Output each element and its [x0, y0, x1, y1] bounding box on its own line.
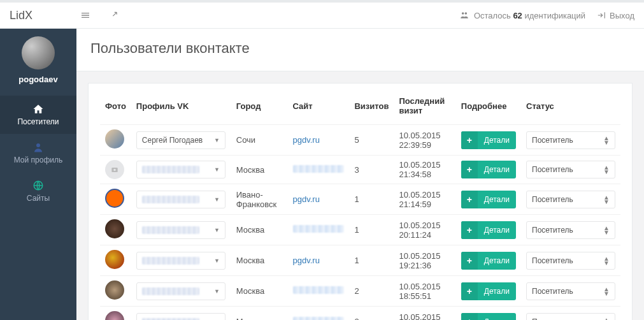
- status-select[interactable]: Посетитель ▲▼: [526, 313, 615, 321]
- status-select[interactable]: Посетитель ▲▼: [526, 191, 615, 208]
- sidebar: pogodaev Посетители Мой профиль Сайты: [0, 29, 76, 320]
- nav-label: Посетители: [17, 117, 59, 126]
- visits-cell: 1: [349, 215, 394, 245]
- plus-icon: +: [461, 313, 478, 321]
- details-label: Детали: [478, 136, 516, 145]
- details-label: Детали: [478, 317, 516, 321]
- nav-label: Сайты: [27, 194, 50, 203]
- site-cell: pgdv.ru: [288, 245, 350, 276]
- status-select[interactable]: Посетитель ▲▼: [526, 252, 615, 270]
- site-cell: pgdv.ru: [288, 184, 350, 215]
- city-cell: Сочи: [231, 125, 288, 156]
- user-avatar[interactable]: [22, 36, 55, 69]
- plus-icon: +: [461, 131, 478, 149]
- select-arrows-icon: ▲▼: [603, 136, 610, 145]
- visitor-photo[interactable]: [105, 311, 124, 320]
- nav-label: Мой профиль: [14, 156, 63, 164]
- remaining-identifications: Осталось 62 идентификаций: [460, 11, 585, 20]
- status-value: Посетитель: [532, 136, 573, 145]
- details-button[interactable]: + Детали: [461, 313, 516, 321]
- details-button[interactable]: + Детали: [461, 282, 516, 300]
- caret-down-icon: ▼: [214, 166, 220, 173]
- city-cell: Москва: [231, 245, 288, 276]
- caret-down-icon: ▼: [214, 196, 220, 203]
- th-city: Город: [231, 92, 288, 125]
- visits-cell: 1: [349, 184, 394, 215]
- status-value: Посетитель: [532, 256, 573, 265]
- profile-dropdown[interactable]: Сергей Погодаев ▼: [136, 131, 225, 149]
- details-label: Детали: [478, 226, 516, 235]
- svg-point-0: [462, 12, 464, 15]
- th-profile: Профиль VK: [131, 92, 231, 125]
- select-arrows-icon: ▲▼: [603, 195, 610, 204]
- th-site: Сайт: [288, 92, 350, 125]
- caret-down-icon: ▼: [214, 137, 220, 143]
- lastvisit-cell: 10.05.2015 20:11:24: [394, 215, 455, 245]
- nav-visitors[interactable]: Посетители: [0, 96, 76, 134]
- profile-dropdown[interactable]: ▼: [136, 282, 225, 300]
- profile-name-blurred: [142, 196, 199, 203]
- table-row: ▼ Москва 3 10.05.2015 21:34:58 + Детали …: [100, 156, 620, 184]
- th-status: Статус: [521, 92, 620, 125]
- select-arrows-icon: ▲▼: [603, 287, 610, 296]
- city-cell: Москва: [231, 307, 288, 321]
- select-arrows-icon: ▲▼: [603, 317, 610, 321]
- profile-dropdown[interactable]: ▼: [136, 161, 225, 178]
- th-photo: Фото: [100, 92, 131, 125]
- lastvisit-cell: 10.05.2015 22:39:59: [394, 125, 455, 156]
- details-button[interactable]: + Детали: [461, 221, 516, 239]
- menu-toggle-icon[interactable]: [76, 6, 94, 24]
- status-select[interactable]: Посетитель ▲▼: [526, 221, 615, 239]
- globe-icon: [32, 180, 44, 191]
- visitors-table: Фото Профиль VK Город Сайт Визитов После…: [100, 92, 620, 320]
- details-button[interactable]: + Детали: [461, 191, 516, 208]
- table-row: ▼ Москва 1 10.05.2015 20:11:24 + Детали …: [100, 215, 620, 245]
- fullscreen-icon[interactable]: [107, 6, 125, 24]
- status-value: Посетитель: [532, 226, 573, 235]
- caret-down-icon: ▼: [214, 288, 220, 295]
- visitor-photo[interactable]: [105, 189, 124, 208]
- plus-icon: +: [461, 221, 478, 239]
- visitor-photo[interactable]: [105, 160, 124, 179]
- visits-cell: 1: [349, 245, 394, 276]
- lastvisit-cell: 10.05.2015 17:15:11: [394, 307, 455, 321]
- status-select[interactable]: Посетитель ▲▼: [526, 161, 615, 178]
- visits-cell: 2: [349, 276, 394, 307]
- city-cell: Ивано-Франковск: [231, 184, 288, 215]
- site-cell: pgdv.ru: [288, 125, 350, 156]
- visitor-photo[interactable]: [105, 219, 124, 238]
- details-button[interactable]: + Детали: [461, 161, 516, 178]
- details-button[interactable]: + Детали: [461, 252, 516, 270]
- profile-dropdown[interactable]: ▼: [136, 221, 225, 239]
- nav-profile[interactable]: Мой профиль: [0, 134, 76, 172]
- status-select[interactable]: Посетитель ▲▼: [526, 282, 615, 300]
- plus-icon: +: [461, 161, 478, 178]
- profile-dropdown[interactable]: ▼: [136, 252, 225, 270]
- visitor-photo[interactable]: [105, 129, 124, 149]
- site-blurred: [293, 165, 344, 173]
- site-link[interactable]: pgdv.ru: [293, 194, 320, 204]
- plus-icon: +: [461, 252, 478, 270]
- status-select[interactable]: Посетитель ▲▼: [526, 131, 615, 149]
- visitor-photo[interactable]: [105, 280, 124, 300]
- site-link[interactable]: pgdv.ru: [293, 135, 320, 145]
- visitors-panel: Фото Профиль VK Город Сайт Визитов После…: [88, 83, 633, 320]
- logout-link[interactable]: Выход: [597, 11, 634, 20]
- th-more: Подробнее: [456, 92, 521, 125]
- visitor-photo[interactable]: [105, 250, 124, 269]
- site-link[interactable]: pgdv.ru: [293, 256, 320, 265]
- nav-sites[interactable]: Сайты: [0, 172, 76, 210]
- caret-down-icon: ▼: [214, 258, 220, 264]
- profile-name-blurred: [142, 318, 199, 321]
- status-value: Посетитель: [532, 287, 573, 296]
- select-arrows-icon: ▲▼: [603, 256, 610, 265]
- svg-point-1: [465, 12, 468, 15]
- site-cell: [288, 215, 350, 245]
- details-button[interactable]: + Детали: [461, 131, 516, 149]
- details-label: Детали: [478, 165, 516, 174]
- table-row: ▼ Москва 2 10.05.2015 18:55:51 + Детали …: [100, 276, 620, 307]
- select-arrows-icon: ▲▼: [603, 165, 610, 174]
- profile-dropdown[interactable]: ▼: [136, 313, 225, 321]
- details-label: Детали: [478, 195, 516, 204]
- profile-dropdown[interactable]: ▼: [136, 191, 225, 208]
